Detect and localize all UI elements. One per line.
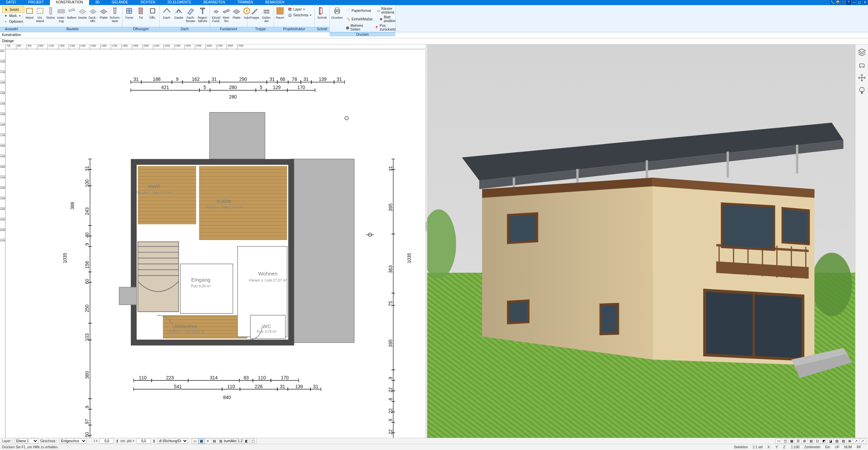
dach-fenster-button[interactable]: Dach-fenster bbox=[185, 6, 196, 23]
svg-text:22: 22 bbox=[388, 429, 393, 434]
tab-2d-elemente[interactable]: 2D-ELEMENTE bbox=[161, 0, 197, 5]
opt-icon-b5[interactable]: ▤ bbox=[808, 438, 814, 444]
decke-button[interactable]: Decke bbox=[77, 6, 87, 20]
unter-zug-button[interactable]: Unter-zug bbox=[56, 6, 66, 23]
opt-icon-b10[interactable]: ▨ bbox=[840, 438, 847, 444]
t-r-button[interactable]: Tür bbox=[135, 6, 146, 20]
plan-2d-view[interactable]: 7008009001000110012001300140015001600170… bbox=[0, 44, 425, 438]
dl-select[interactable]: dl (Richtung/Di bbox=[157, 438, 188, 444]
svg-text:395: 395 bbox=[388, 203, 393, 211]
opt-icon-b7[interactable]: ◩ bbox=[820, 438, 827, 444]
svg-text:Fliesen s. Liste
9,00 m²: Fliesen s. Liste 9,00 m² bbox=[136, 191, 172, 195]
tab-bearbeiten[interactable]: BEARBEITEN bbox=[197, 0, 231, 5]
layers-icon[interactable] bbox=[858, 48, 866, 56]
winbtn-6[interactable]: ✕ bbox=[863, 0, 867, 5]
svg-rect-377 bbox=[862, 91, 862, 94]
winbtn-0[interactable]: 🔧 bbox=[830, 0, 835, 5]
platte-button[interactable]: Platte bbox=[232, 6, 241, 20]
schorn-stein-button[interactable]: Schorn-stein bbox=[109, 6, 121, 23]
svg-point-345 bbox=[812, 253, 852, 316]
svg-text:Eingang: Eingang bbox=[191, 277, 211, 283]
svg-point-342 bbox=[345, 116, 348, 120]
platte-button[interactable]: Platte bbox=[99, 6, 108, 20]
geschoss-select[interactable]: Erdgeschos bbox=[59, 438, 87, 444]
winbtn-4[interactable]: — bbox=[852, 0, 856, 5]
selekt-button[interactable]: 🖱Selekt bbox=[2, 6, 24, 13]
tab-bemassen[interactable]: BEMASSEN bbox=[259, 0, 291, 5]
length-input[interactable] bbox=[100, 438, 114, 444]
-ffn--button[interactable]: Öffn. bbox=[147, 6, 158, 20]
svg-marker-367 bbox=[722, 203, 774, 250]
opt-icon-b8[interactable]: ◪ bbox=[827, 438, 834, 444]
furniture-icon[interactable] bbox=[858, 61, 866, 69]
winbtn-2[interactable]: ⬚ bbox=[841, 0, 846, 5]
winbtn-1[interactable]: 📦 bbox=[835, 0, 840, 5]
opt-icon-b2[interactable]: ▦ bbox=[788, 438, 795, 444]
tab-gelände[interactable]: GELÄNDE bbox=[106, 0, 134, 5]
svg-text:541: 541 bbox=[174, 384, 182, 389]
opt-icon-a7[interactable]: 1.2 bbox=[237, 438, 244, 444]
balken-button[interactable]: Balken bbox=[67, 6, 77, 20]
raum-button[interactable]: Raum bbox=[275, 6, 285, 20]
einzel-fund--button[interactable]: EinzelFund. bbox=[211, 6, 221, 23]
tab-datei[interactable]: DATEI bbox=[0, 0, 22, 5]
opt-icon-a3[interactable]: ▤ bbox=[211, 438, 218, 444]
tree-icon[interactable] bbox=[858, 87, 866, 95]
geschoss-dropdown[interactable]: 🏢Geschoss▼ bbox=[286, 12, 313, 18]
svg-text:9: 9 bbox=[85, 406, 90, 409]
layer-dropdown[interactable]: 📚Layer▼ bbox=[286, 6, 313, 12]
svg-text:110: 110 bbox=[139, 375, 146, 380]
opt-icon-b0[interactable]: ▭ bbox=[775, 438, 782, 444]
opt-icon-b6[interactable]: ⊡ bbox=[814, 438, 821, 444]
tab-sichten[interactable]: SICHTEN bbox=[134, 0, 161, 5]
view-3d[interactable] bbox=[427, 44, 855, 438]
tab-konstruktion[interactable]: KONSTRUKTION bbox=[50, 0, 89, 5]
virt-wand-button[interactable]: Virt.Wand bbox=[35, 6, 45, 23]
fenst-button[interactable]: Fenst bbox=[124, 6, 135, 20]
st-tze-button[interactable]: Stütze bbox=[46, 6, 55, 20]
opt-icon-b4[interactable]: ⊞ bbox=[801, 438, 808, 444]
tab-trimmen[interactable]: TRIMMEN bbox=[231, 0, 259, 5]
svg-text:31: 31 bbox=[85, 166, 90, 171]
winbtn-3[interactable]: ? bbox=[846, 0, 851, 5]
opt-icon-a8[interactable]: ◧ bbox=[243, 438, 250, 444]
tab-3d[interactable]: 3D bbox=[89, 0, 106, 5]
treppe-button[interactable]: Treppe bbox=[249, 6, 260, 20]
mehrere-seiten-button[interactable]: ▦Mehrere Seiten bbox=[345, 23, 370, 32]
opt-icon-b12[interactable]: ↗ bbox=[853, 438, 860, 444]
tab-projekt[interactable]: PROJEKT bbox=[22, 0, 50, 5]
wand-button[interactable]: Wand bbox=[24, 6, 34, 20]
deck-ffn--button[interactable]: Deck.-öffn. bbox=[88, 6, 98, 23]
gaube-button[interactable]: Gaube bbox=[173, 6, 184, 20]
opt-icon-b9[interactable]: ▧ bbox=[833, 438, 840, 444]
regen-fallrohr-button[interactable]: Regen-fallrohr bbox=[197, 6, 208, 23]
opt-icon-a1[interactable]: ▦ bbox=[198, 438, 205, 444]
opt-icon-b13[interactable]: ⤢ bbox=[859, 438, 866, 444]
mark-button[interactable]: ✦Mark.▼ bbox=[2, 13, 24, 18]
gel-n-der-button[interactable]: Gelän-der bbox=[261, 6, 273, 23]
move-icon[interactable] bbox=[858, 74, 866, 82]
opt-icon-a0[interactable]: ▭ bbox=[192, 438, 198, 444]
opt-icon-a2[interactable]: ≡ bbox=[205, 438, 211, 444]
layer-select[interactable]: Ebene 1 bbox=[15, 438, 38, 444]
opt-icon-b1[interactable]: ◫ bbox=[782, 438, 788, 444]
dach-button[interactable]: Dach bbox=[161, 6, 172, 20]
opt-icon-a9[interactable]: ▢ bbox=[250, 438, 257, 444]
svg-rect-319 bbox=[180, 264, 233, 313]
strei-fen-button[interactable]: Strei-fen bbox=[222, 6, 231, 23]
papierformat-button[interactable]: 📄Papierformat bbox=[345, 6, 372, 15]
schnitt-button[interactable]: Schnitt bbox=[316, 6, 328, 20]
opt-icon-b11[interactable]: ⊠ bbox=[846, 438, 853, 444]
opt-icon-a5[interactable]: num bbox=[224, 438, 231, 444]
svg-text:66: 66 bbox=[280, 77, 285, 82]
svg-text:Wohnen: Wohnen bbox=[258, 271, 278, 276]
opt-icon-b3[interactable]: ☰ bbox=[795, 438, 801, 444]
drucken-button[interactable]: Drucken bbox=[331, 6, 343, 20]
winbtn-5[interactable]: ◻ bbox=[857, 0, 862, 5]
opt-icon-a4[interactable]: ▥ bbox=[218, 438, 224, 444]
svg-rect-14 bbox=[277, 7, 283, 14]
opt-icon-a6[interactable]: Abc bbox=[230, 438, 237, 444]
einheit-button[interactable]: 📏Einheit/Maßst. bbox=[345, 15, 375, 23]
phi-input[interactable] bbox=[137, 438, 151, 444]
optionen-button[interactable]: +Optionen bbox=[2, 19, 24, 24]
